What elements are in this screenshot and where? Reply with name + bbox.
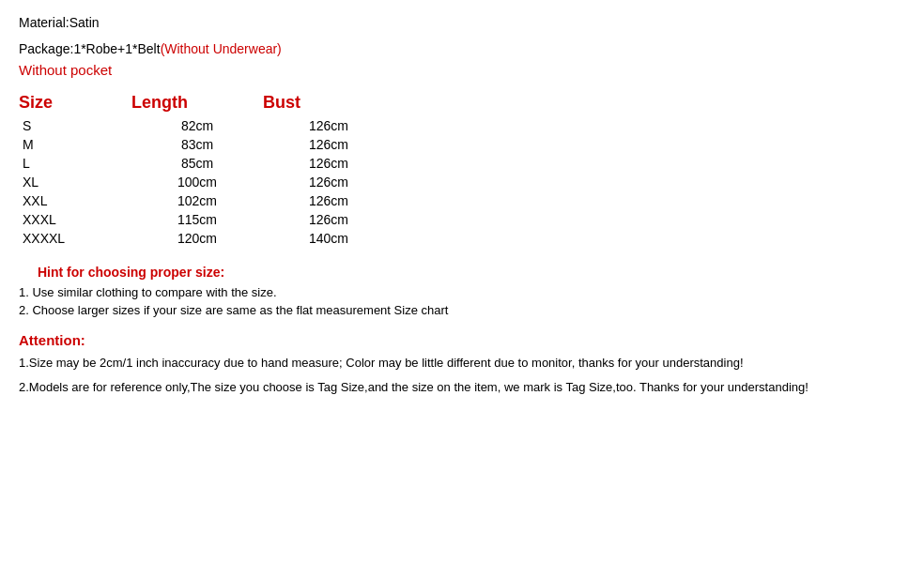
length-cell: 82cm — [131, 118, 263, 133]
size-rows-container: S 82cm 126cm M 83cm 126cm L 85cm 126cm X… — [19, 118, 394, 246]
bust-cell: 126cm — [263, 175, 394, 190]
attention-item: 1.Size may be 2cm/1 inch inaccuracy due … — [19, 354, 905, 373]
table-row: XXL 102cm 126cm — [19, 193, 394, 208]
size-cell: L — [19, 156, 131, 171]
length-cell: 85cm — [131, 156, 263, 171]
bust-cell: 126cm — [263, 156, 394, 171]
header-size: Size — [19, 93, 131, 113]
bust-cell: 126cm — [263, 118, 394, 133]
table-row: M 83cm 126cm — [19, 137, 394, 152]
package-line: Package:1*Robe+1*Belt(Without Underwear) — [19, 41, 905, 56]
size-table-header: Size Length Bust — [19, 93, 394, 113]
bust-cell: 126cm — [263, 193, 394, 208]
length-cell: 100cm — [131, 175, 263, 190]
header-length: Length — [131, 93, 263, 113]
package-label: Package: — [19, 41, 73, 56]
size-cell: S — [19, 118, 131, 133]
material-value: Satin — [69, 15, 100, 30]
table-row: XXXL 115cm 126cm — [19, 212, 394, 227]
size-cell: XL — [19, 175, 131, 190]
size-cell: XXL — [19, 193, 131, 208]
header-bust: Bust — [263, 93, 394, 113]
size-cell: XXXXL — [19, 231, 131, 246]
length-cell: 83cm — [131, 137, 263, 152]
length-cell: 102cm — [131, 193, 263, 208]
attention-section: Attention: 1.Size may be 2cm/1 inch inac… — [19, 332, 905, 396]
attention-title: Attention: — [19, 332, 905, 348]
size-cell: XXXL — [19, 212, 131, 227]
bust-cell: 140cm — [263, 231, 394, 246]
table-row: S 82cm 126cm — [19, 118, 394, 133]
bust-cell: 126cm — [263, 212, 394, 227]
size-cell: M — [19, 137, 131, 152]
hint-item: 2. Choose larger sizes if your size are … — [19, 303, 905, 317]
attention-items-container: 1.Size may be 2cm/1 inch inaccuracy due … — [19, 354, 905, 396]
hint-title: Hint for choosing proper size: — [19, 265, 905, 280]
material-line: Material:Satin — [19, 15, 905, 30]
package-value: 1*Robe+1*Belt — [73, 41, 160, 56]
without-pocket: Without pocket — [19, 62, 905, 78]
material-label: Material: — [19, 15, 69, 30]
bust-cell: 126cm — [263, 137, 394, 152]
length-cell: 115cm — [131, 212, 263, 227]
hint-items-container: 1. Use similar clothing to compare with … — [19, 285, 905, 317]
hint-section: Hint for choosing proper size: 1. Use si… — [19, 265, 905, 317]
table-row: XXXXL 120cm 140cm — [19, 231, 394, 246]
size-table: Size Length Bust S 82cm 126cm M 83cm 126… — [19, 93, 394, 246]
table-row: XL 100cm 126cm — [19, 175, 394, 190]
hint-item: 1. Use similar clothing to compare with … — [19, 285, 905, 299]
table-row: L 85cm 126cm — [19, 156, 394, 171]
attention-item: 2.Models are for reference only,The size… — [19, 378, 905, 397]
length-cell: 120cm — [131, 231, 263, 246]
package-note: (Without Underwear) — [161, 41, 282, 56]
